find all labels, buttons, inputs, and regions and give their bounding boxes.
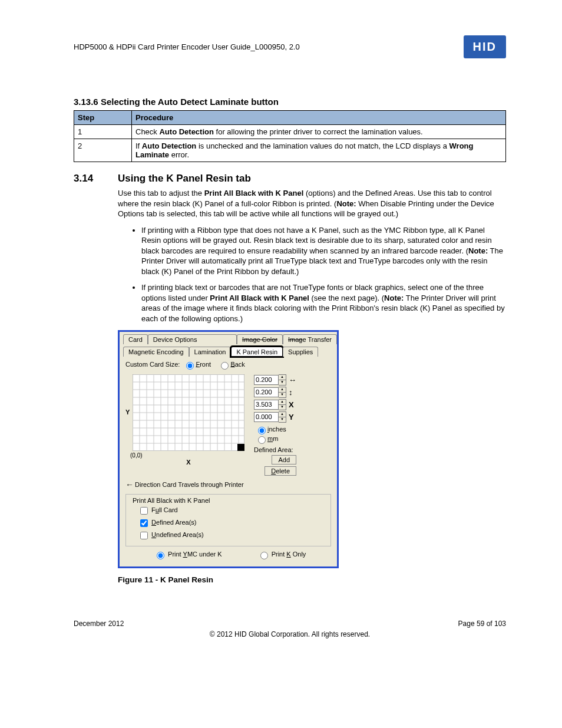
tab-card[interactable]: Card	[123, 334, 148, 344]
section-3-13-6-heading: 3.13.6 Selecting the Auto Detect Laminat…	[74, 97, 506, 107]
dim-height-row: 0.200 ▲▼ ↕	[254, 387, 296, 398]
tab-image-color[interactable]: Image Color	[237, 334, 283, 344]
section-3-14-heading: 3.14Using the K Panel Resin tab	[74, 173, 506, 185]
hid-logo: HID	[464, 35, 506, 58]
tab-image-transfer[interactable]: Image Transfer	[283, 334, 337, 344]
dim-x-row: 3.503 ▲▼ X	[254, 399, 296, 410]
doc-title: HDP5000 & HDPii Card Printer Encoder Use…	[74, 42, 300, 51]
dim-width-row: 0.200 ▲▼ ↔	[254, 374, 296, 386]
table-row: 1 Check Auto Detection for allowing the …	[74, 125, 506, 139]
group-print-all-black: Print All Black with K Panel Full Card D…	[125, 494, 331, 546]
chk-defined-areas[interactable]	[140, 519, 148, 527]
list-item: If printing black text or barcodes that …	[141, 282, 506, 324]
tab-k-panel-resin[interactable]: K Panel Resin	[231, 347, 283, 357]
custom-card-size-row: Custom Card Size: Front Back	[125, 360, 331, 370]
footer-date: December 2012	[74, 620, 124, 628]
dim-width-value[interactable]: 0.200	[254, 375, 279, 385]
page-header: HDP5000 & HDPii Card Printer Encoder Use…	[74, 35, 506, 58]
dim-y-row: 0.000 ▲▼ Y	[254, 411, 296, 423]
width-icon: ↔	[289, 375, 296, 384]
radio-inches[interactable]	[258, 427, 266, 434]
tab-lamination[interactable]: Lamination	[189, 347, 232, 357]
chk-undefined-areas[interactable]	[140, 532, 148, 539]
spinner-width[interactable]: ▲▼	[279, 374, 286, 386]
tab-supplies[interactable]: Supplies	[283, 347, 318, 357]
grid-origin: (0,0)	[130, 452, 244, 459]
dim-height-value[interactable]: 0.200	[254, 387, 279, 397]
direction-row: ← Direction Card Travels through Printer	[125, 480, 331, 489]
spinner-x[interactable]: ▲▼	[279, 399, 286, 410]
procedure-table: Step Procedure 1 Check Auto Detection fo…	[74, 110, 506, 162]
figure-caption: Figure 11 - K Panel Resin	[118, 575, 506, 584]
defined-area-label: Defined Area:	[254, 446, 296, 453]
table-row: 2 If Auto Detection is unchecked and the…	[74, 139, 506, 162]
tab-panel: Custom Card Size: Front Back Y	[120, 357, 337, 564]
x-icon: X	[289, 400, 294, 409]
radio-print-ymc[interactable]	[157, 552, 164, 559]
dim-x-value[interactable]: 3.503	[254, 400, 279, 410]
list-item: If printing with a Ribbon type that does…	[141, 225, 506, 277]
footer-copyright: © 2012 HID Global Corporation. All right…	[74, 630, 506, 638]
grid-y-label: Y	[125, 409, 130, 416]
y-icon: Y	[289, 413, 294, 421]
section-3-14-intro: Use this tab to adjust the Print All Bla…	[118, 188, 506, 219]
radio-mm[interactable]	[258, 436, 266, 444]
spinner-height[interactable]: ▲▼	[279, 387, 286, 398]
chk-full-card[interactable]	[140, 507, 148, 515]
defined-area-marker	[237, 444, 244, 451]
spinner-y[interactable]: ▲▼	[279, 411, 286, 423]
radio-back[interactable]	[221, 362, 229, 370]
height-icon: ↕	[289, 388, 293, 397]
dim-y-value[interactable]: 0.000	[254, 412, 279, 422]
col-procedure: Procedure	[132, 111, 506, 125]
radio-print-k-only[interactable]	[260, 552, 268, 559]
section-3-14-bullets: If printing with a Ribbon type that does…	[74, 225, 506, 324]
card-grid[interactable]	[133, 374, 244, 451]
add-button[interactable]: Add	[272, 455, 296, 465]
tab-magnetic-encoding[interactable]: Magnetic Encoding	[123, 347, 189, 357]
grid-x-label: X	[133, 459, 244, 466]
delete-button[interactable]: Delete	[265, 466, 296, 476]
dialog-k-panel-resin: Card Device Options Image Color Image Tr…	[118, 330, 339, 568]
footer-page: Page 59 of 103	[458, 620, 506, 628]
radio-front[interactable]	[186, 362, 194, 370]
print-options-row: Print YMC under K Print K Only	[154, 550, 331, 559]
units-block: inches mm	[255, 425, 296, 444]
col-step: Step	[74, 111, 132, 125]
tab-device-options[interactable]: Device Options	[148, 334, 237, 344]
page-footer: December 2012 Page 59 of 103	[74, 620, 506, 628]
tab-row-1: Card Device Options Image Color Image Tr…	[123, 334, 337, 344]
tab-row-2: Magnetic Encoding Lamination K Panel Res…	[123, 347, 337, 357]
arrow-left-icon: ←	[125, 480, 134, 489]
